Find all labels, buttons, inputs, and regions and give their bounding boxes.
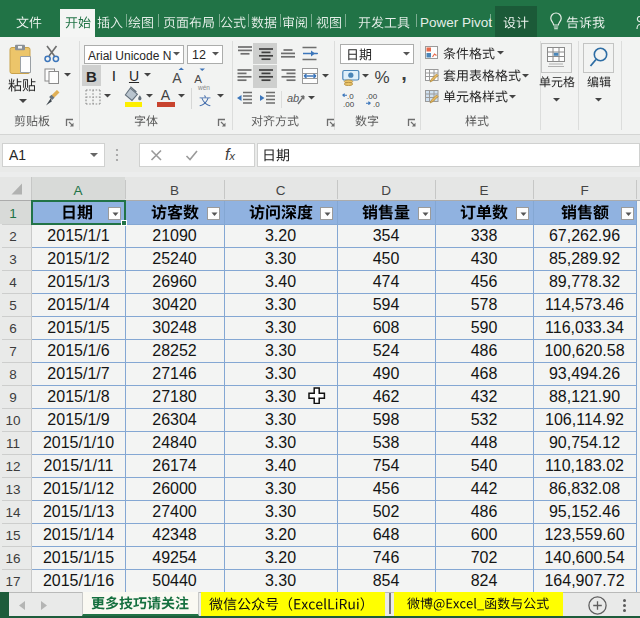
svg-text:.0: .0 [373, 100, 380, 108]
svg-text:ab: ab [287, 92, 299, 104]
svg-text:.00: .00 [343, 100, 355, 108]
